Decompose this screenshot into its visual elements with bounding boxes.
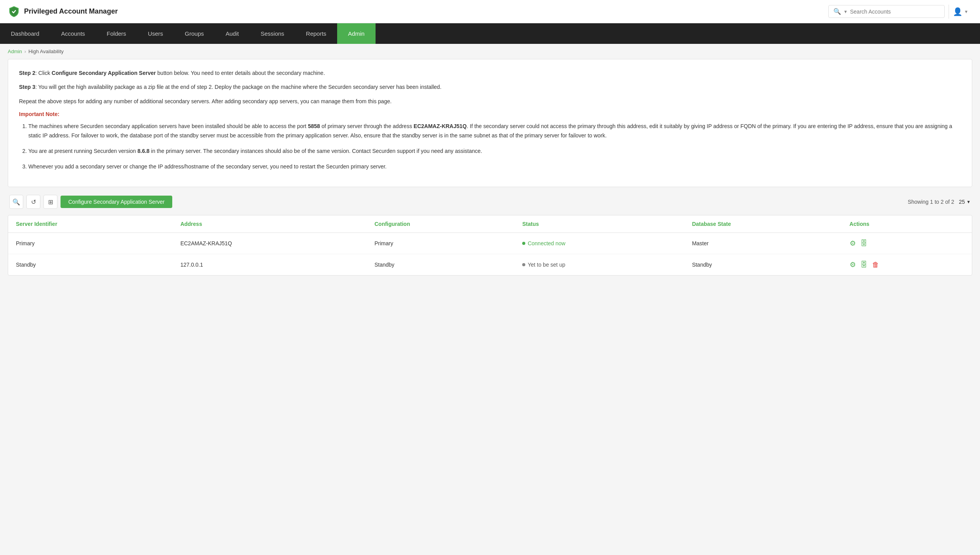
status-text: Connected now [528, 240, 565, 246]
settings-icon[interactable]: ⚙ [850, 239, 856, 248]
cell-configuration: Primary [367, 233, 514, 254]
note-item-3: Whenever you add a secondary server or c… [28, 162, 961, 172]
cell-status: Yet to be set up [514, 254, 684, 276]
nav-item-folders[interactable]: Folders [96, 23, 137, 44]
columns-icon: ⊞ [48, 198, 53, 206]
refresh-icon: ↺ [31, 198, 36, 206]
per-page-chevron-icon: ▼ [966, 199, 971, 204]
col-server-identifier: Server Identifier [8, 215, 173, 233]
delete-icon[interactable]: 🗑 [872, 261, 879, 269]
step3-text: Step 3: You will get the high availabili… [19, 83, 961, 91]
table-header: Server Identifier Address Configuration … [8, 215, 972, 233]
col-status: Status [514, 215, 684, 233]
note1-address: EC2AMAZ-KRAJ51Q [414, 123, 467, 129]
step2-label: Step 2 [19, 70, 35, 76]
header-left: Privileged Account Manager [8, 5, 118, 18]
refresh-button[interactable]: ↺ [26, 195, 40, 209]
note-item-1: The machines where Securden secondary ap… [28, 122, 961, 140]
cell-database-state: Standby [684, 254, 842, 276]
per-page-select[interactable]: 25 ▼ [959, 199, 971, 205]
search-button[interactable]: 🔍 [9, 195, 23, 209]
actions-container: ⚙ 🗄 [850, 239, 964, 248]
main-content: Step 2: Click Configure Secondary Applic… [0, 59, 980, 283]
status-dot-green [522, 242, 525, 245]
header: Privileged Account Manager 🔍 ▼ 👤 ▼ [0, 0, 980, 23]
showing-text: Showing 1 to 2 of 2 [908, 199, 954, 205]
user-icon: 👤 [953, 7, 963, 16]
cell-actions: ⚙ 🗄 🗑 [842, 254, 972, 276]
app-title: Privileged Account Manager [24, 7, 118, 16]
cell-configuration: Standby [367, 254, 514, 276]
toolbar-right: Showing 1 to 2 of 2 25 ▼ [908, 199, 971, 205]
cell-database-state: Master [684, 233, 842, 254]
nav-item-reports[interactable]: Reports [295, 23, 338, 44]
search-bar[interactable]: 🔍 ▼ [828, 5, 945, 18]
cell-address: EC2AMAZ-KRAJ51Q [173, 233, 367, 254]
per-page-value: 25 [959, 199, 965, 205]
search-icon: 🔍 [833, 8, 841, 15]
breadcrumb: Admin › High Availability [0, 44, 980, 59]
actions-container: ⚙ 🗄 🗑 [850, 260, 964, 269]
step3-label: Step 3 [19, 84, 35, 90]
table-toolbar: 🔍 ↺ ⊞ Configure Secondary Application Se… [8, 195, 972, 209]
user-menu-button[interactable]: 👤 ▼ [949, 5, 972, 19]
col-configuration: Configuration [367, 215, 514, 233]
cell-address: 127.0.0.1 [173, 254, 367, 276]
note1-port: 5858 [308, 123, 320, 129]
nav-item-admin[interactable]: Admin [337, 23, 376, 44]
repeat-text: Repeat the above steps for adding any nu… [19, 97, 961, 106]
cell-status: Connected now [514, 233, 684, 254]
app-logo [8, 5, 20, 18]
cell-server-identifier: Primary [8, 233, 173, 254]
nav-item-audit[interactable]: Audit [215, 23, 250, 44]
header-right: 🔍 ▼ 👤 ▼ [828, 5, 972, 19]
col-address: Address [173, 215, 367, 233]
col-database-state: Database State [684, 215, 842, 233]
search-input[interactable] [850, 9, 940, 15]
cell-server-identifier: Standby [8, 254, 173, 276]
breadcrumb-current: High Availability [28, 49, 64, 54]
nav-item-sessions[interactable]: Sessions [250, 23, 295, 44]
note2-version: 8.6.8 [137, 148, 149, 154]
configure-secondary-button[interactable]: Configure Secondary Application Server [61, 196, 172, 208]
breadcrumb-separator: › [24, 49, 26, 54]
database-icon[interactable]: 🗄 [861, 239, 867, 248]
settings-icon[interactable]: ⚙ [850, 260, 856, 269]
status-pending: Yet to be set up [522, 262, 676, 268]
search-toolbar-icon: 🔍 [12, 198, 20, 206]
note-list: The machines where Securden secondary ap… [28, 122, 961, 171]
breadcrumb-parent-link[interactable]: Admin [8, 49, 22, 54]
nav-item-groups[interactable]: Groups [174, 23, 215, 44]
status-dot-gray [522, 263, 525, 266]
configure-button-reference: Configure Secondary Application Server [52, 70, 156, 76]
cell-actions: ⚙ 🗄 [842, 233, 972, 254]
nav-item-users[interactable]: Users [137, 23, 174, 44]
table-body: Primary EC2AMAZ-KRAJ51Q Primary Connecte… [8, 233, 972, 276]
database-icon[interactable]: 🗄 [861, 261, 867, 269]
main-nav: Dashboard Accounts Folders Users Groups … [0, 23, 980, 44]
status-connected: Connected now [522, 240, 676, 246]
search-caret-icon: ▼ [843, 9, 848, 14]
status-text: Yet to be set up [528, 262, 565, 268]
col-actions: Actions [842, 215, 972, 233]
servers-table: Server Identifier Address Configuration … [8, 215, 972, 275]
user-chevron-icon: ▼ [964, 9, 968, 14]
info-box: Step 2: Click Configure Secondary Applic… [8, 59, 972, 187]
step2-text: Step 2: Click Configure Secondary Applic… [19, 69, 961, 77]
important-note-label: Important Note: [19, 111, 961, 117]
columns-button[interactable]: ⊞ [43, 195, 57, 209]
nav-item-accounts[interactable]: Accounts [50, 23, 96, 44]
table-row: Standby 127.0.0.1 Standby Yet to be set … [8, 254, 972, 276]
note-item-2: You are at present running Securden vers… [28, 147, 961, 156]
servers-table-container: Server Identifier Address Configuration … [8, 215, 972, 276]
table-row: Primary EC2AMAZ-KRAJ51Q Primary Connecte… [8, 233, 972, 254]
nav-item-dashboard[interactable]: Dashboard [0, 23, 50, 44]
